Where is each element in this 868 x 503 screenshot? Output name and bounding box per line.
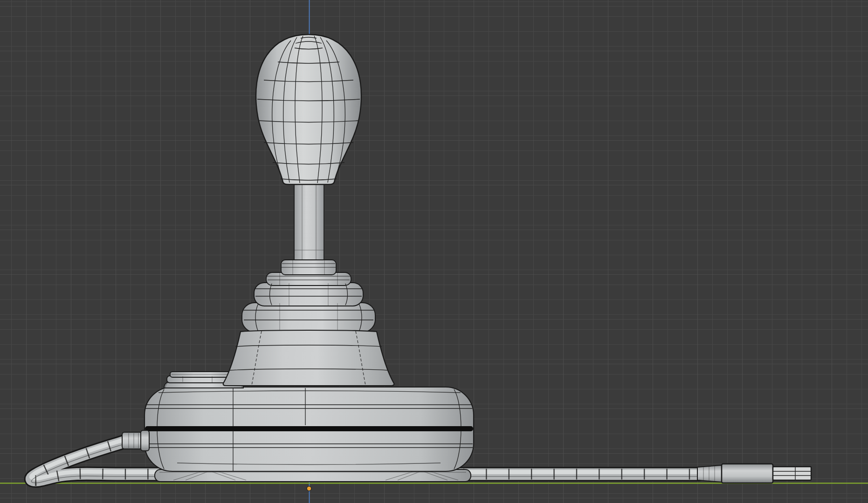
strain-relief-flange — [141, 430, 149, 451]
ring-3 — [242, 303, 375, 332]
viewport-3d[interactable] — [0, 0, 868, 503]
cable-strain-relief[interactable] — [122, 430, 149, 451]
ring-2 — [254, 283, 363, 306]
object-origin-dot[interactable] — [307, 486, 311, 491]
base[interactable] — [145, 387, 474, 482]
base-seam — [145, 426, 473, 431]
usb-plug-body — [722, 464, 773, 483]
shaft[interactable] — [294, 183, 324, 262]
usb-metal-shell — [773, 467, 811, 480]
usb-connector[interactable] — [697, 464, 811, 483]
bell-shape — [223, 330, 394, 386]
usb-strain-relief — [697, 465, 722, 482]
bell-skirt[interactable] — [223, 330, 394, 386]
